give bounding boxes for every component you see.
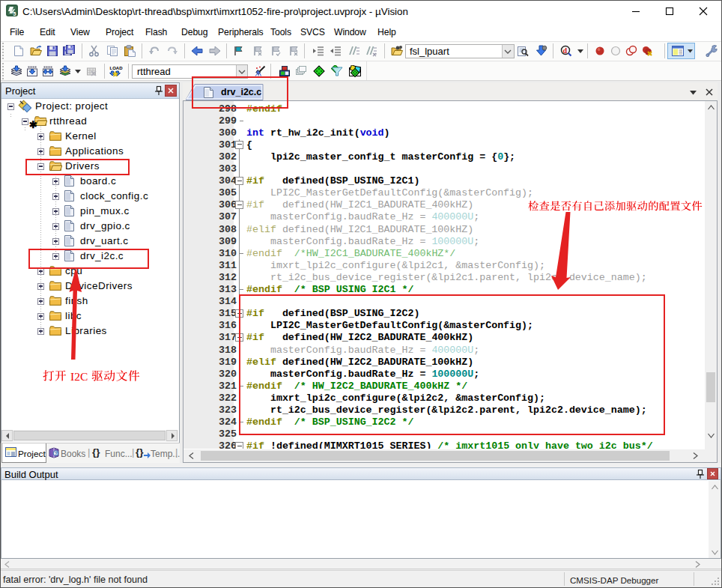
- svg-text:LOAD: LOAD: [110, 66, 124, 70]
- svg-text:d: d: [563, 46, 568, 55]
- svg-text:?: ?: [55, 450, 58, 457]
- svg-text:5: 5: [13, 11, 16, 16]
